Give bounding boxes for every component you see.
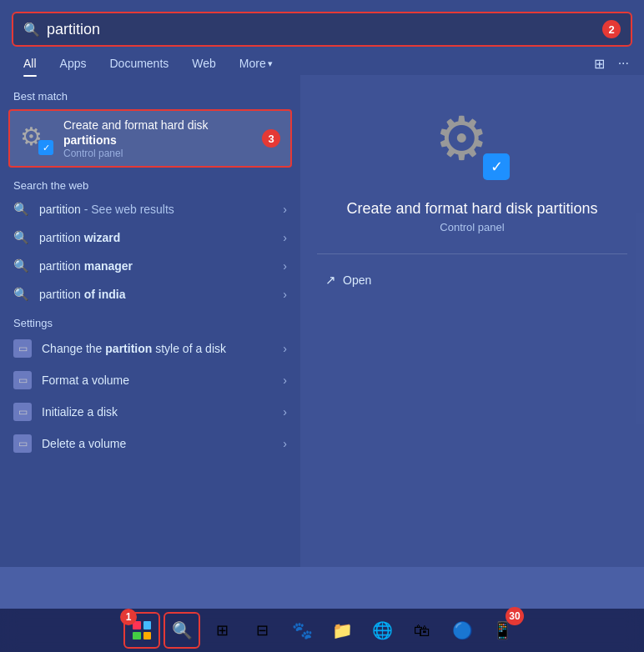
taskbar-widgets[interactable]: ⊟ [244, 612, 280, 649]
settings-initialize-disk[interactable]: ▭ Initialize a disk › [0, 396, 300, 428]
edge-icon: 🌐 [372, 620, 393, 640]
main-content: Best match ⚙ ✓ Create and format hard di… [0, 75, 644, 567]
taskbar-task-view[interactable]: ⊞ [204, 612, 240, 649]
taskbar: 1 🔍 ⊞ ⊟ 🐾 📁 🌐 🛍 🔵 📱 30 [0, 609, 644, 652]
settings-icon-4: ▭ [13, 434, 32, 453]
open-icon: ↗ [325, 273, 336, 288]
taskbar-chrome[interactable]: 🔵 [444, 612, 480, 649]
arrow-right-icon-6: › [283, 374, 287, 387]
app-type-display: Control panel [440, 221, 504, 233]
search-web-icon: 🔍 [13, 202, 29, 217]
best-match-subtitle: Control panel [63, 148, 252, 159]
divider [317, 253, 627, 254]
settings-text-1: Change the partition style of a disk [42, 342, 273, 355]
tab-more[interactable]: More ▾ [228, 52, 284, 75]
search-web-label: Search the web [0, 171, 300, 195]
settings-format-volume[interactable]: ▭ Format a volume › [0, 364, 300, 396]
search-step-badge: 2 [602, 20, 621, 38]
left-panel: Best match ⚙ ✓ Create and format hard di… [0, 75, 300, 567]
settings-text-2: Format a volume [42, 374, 273, 387]
widgets-icon: ⊟ [256, 621, 269, 639]
open-button[interactable]: ↗ Open [317, 268, 380, 293]
step-badge-3: 3 [262, 129, 280, 148]
web-result-text-1: partition - See web results [39, 203, 273, 216]
chrome-icon: 🔵 [452, 620, 473, 640]
settings-icon-3: ▭ [13, 403, 32, 421]
taskbar-edge[interactable]: 🌐 [364, 612, 400, 649]
search-icon: 🔍 [23, 22, 40, 38]
app-icon-large: ⚙ ✓ [435, 108, 510, 183]
settings-label: Settings [0, 308, 300, 333]
arrow-right-icon-3: › [283, 259, 287, 273]
teams-icon: 🐾 [292, 620, 313, 640]
more-options-icon[interactable]: ··· [615, 54, 632, 73]
search-input[interactable] [47, 21, 596, 38]
open-label: Open [343, 273, 371, 287]
web-result-text-2: partition wizard [39, 231, 273, 244]
best-match-label: Best match [0, 82, 300, 106]
settings-partition-style[interactable]: ▭ Change the partition style of a disk › [0, 333, 300, 364]
web-result-india[interactable]: 🔍 partition of india › [0, 280, 300, 308]
best-match-title: Create and format hard disk partitions [63, 118, 252, 148]
taskbar-teams[interactable]: 🐾 [284, 612, 320, 649]
app-icon: ⚙ ✓ [20, 122, 53, 155]
web-result-text-3: partition manager [39, 259, 273, 273]
tab-action-icons: ⊞ ··· [591, 54, 632, 73]
chevron-down-icon: ▾ [268, 58, 273, 69]
taskbar-search-icon: 🔍 [172, 620, 193, 640]
arrow-right-icon-8: › [283, 437, 287, 450]
web-result-wizard[interactable]: 🔍 partition wizard › [0, 223, 300, 252]
gear-large-icon: ⚙ [435, 105, 489, 172]
settings-icon-1: ▭ [13, 339, 32, 358]
step-badge-1: 1 [120, 609, 137, 625]
arrow-right-icon-2: › [283, 231, 287, 244]
settings-icon-2: ▭ [13, 371, 32, 389]
explorer-icon: 📁 [332, 620, 353, 640]
search-web-icon-2: 🔍 [13, 230, 29, 245]
taskbar-start-button[interactable]: 1 [123, 612, 160, 649]
step-badge-30: 30 [506, 607, 524, 625]
arrow-right-icon-7: › [283, 405, 287, 419]
search-panel: 🔍 2 All Apps Documents Web More ▾ ⊞ ··· … [0, 0, 644, 567]
right-panel: ⚙ ✓ Create and format hard disk partitio… [300, 75, 644, 567]
app-name-display: Create and format hard disk partitions [346, 200, 597, 218]
taskbar-search-button[interactable]: 🔍 [164, 612, 200, 649]
taskbar-explorer[interactable]: 📁 [324, 612, 360, 649]
search-web-icon-4: 🔍 [13, 287, 29, 302]
check-badge-icon: ✓ [38, 140, 53, 155]
taskbar-phone[interactable]: 📱 30 [484, 612, 521, 649]
web-result-partition[interactable]: 🔍 partition - See web results › [0, 195, 300, 223]
settings-text-4: Delete a volume [42, 437, 273, 450]
web-result-text-4: partition of india [39, 288, 273, 301]
share-icon[interactable]: ⊞ [591, 54, 608, 73]
tab-all[interactable]: All [12, 52, 48, 75]
tab-documents[interactable]: Documents [98, 52, 180, 75]
tab-web[interactable]: Web [180, 52, 228, 75]
best-match-text: Create and format hard disk partitions C… [63, 118, 252, 159]
settings-delete-volume[interactable]: ▭ Delete a volume › [0, 428, 300, 459]
search-bar[interactable]: 🔍 2 [12, 12, 632, 47]
arrow-right-icon-5: › [283, 342, 287, 355]
web-result-manager[interactable]: 🔍 partition manager › [0, 252, 300, 280]
check-overlay-icon: ✓ [483, 153, 510, 180]
tabs-row: All Apps Documents Web More ▾ ⊞ ··· [0, 47, 644, 75]
search-web-icon-3: 🔍 [13, 258, 29, 273]
best-match-item[interactable]: ⚙ ✓ Create and format hard disk partitio… [8, 109, 292, 168]
task-view-icon: ⊞ [216, 621, 229, 639]
taskbar-store[interactable]: 🛍 [404, 612, 440, 649]
settings-text-3: Initialize a disk [42, 405, 273, 419]
arrow-right-icon-4: › [283, 288, 287, 301]
windows-logo-icon [133, 621, 151, 639]
arrow-right-icon: › [283, 203, 287, 216]
store-icon: 🛍 [414, 621, 430, 640]
tab-apps[interactable]: Apps [48, 52, 98, 75]
